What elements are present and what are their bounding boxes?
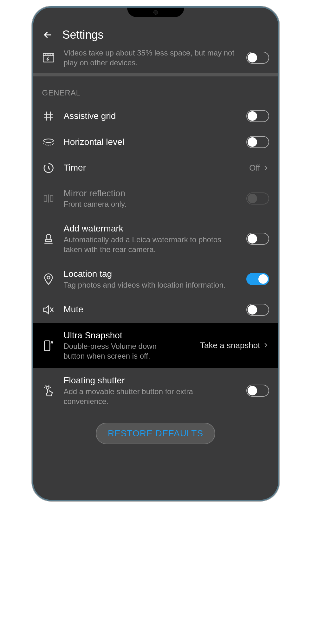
horizontal-level-label: Horizontal level xyxy=(64,136,237,148)
screen: Settings Videos take up about 35% less s… xyxy=(33,8,278,500)
section-divider xyxy=(33,73,278,76)
mute-toggle[interactable] xyxy=(246,304,269,316)
timer-item[interactable]: Timer Off xyxy=(33,155,278,180)
svg-rect-2 xyxy=(44,195,47,202)
video-compression-icon xyxy=(43,53,54,62)
horizontal-level-toggle[interactable] xyxy=(246,136,269,148)
assistive-grid-item[interactable]: Assistive grid xyxy=(33,103,278,129)
location-tag-item[interactable]: Location tag Tag photos and videos with … xyxy=(33,261,278,297)
location-toggle[interactable] xyxy=(246,273,269,285)
chevron-right-icon xyxy=(262,342,269,349)
horizontal-level-item[interactable]: Horizontal level xyxy=(33,129,278,155)
timer-label: Timer xyxy=(64,162,241,173)
snapshot-icon xyxy=(43,339,54,352)
stamp-icon xyxy=(43,233,54,244)
back-arrow-icon[interactable] xyxy=(42,29,54,41)
location-label: Location tag xyxy=(64,268,237,280)
mute-icon xyxy=(43,304,54,315)
grid-icon xyxy=(43,111,54,121)
ultra-snapshot-item[interactable]: Ultra Snapshot Double-press Volume down … xyxy=(33,323,278,368)
assistive-grid-toggle[interactable] xyxy=(246,110,269,122)
svg-point-6 xyxy=(46,386,49,389)
floating-shutter-item[interactable]: Floating shutter Add a movable shutter b… xyxy=(33,368,278,413)
svg-point-4 xyxy=(47,276,50,279)
ultra-label: Ultra Snapshot xyxy=(64,330,191,341)
floating-subtitle: Add a movable shutter button for extra c… xyxy=(64,387,237,406)
mirror-toggle xyxy=(246,192,269,205)
video-compression-toggle[interactable] xyxy=(246,52,269,64)
phone-frame: Settings Videos take up about 35% less s… xyxy=(32,6,279,501)
mirror-icon xyxy=(43,194,54,203)
page-title: Settings xyxy=(62,28,104,42)
notch xyxy=(127,8,184,17)
ultra-subtitle: Double-press Volume down button when scr… xyxy=(64,341,168,361)
mirror-subtitle: Front camera only. xyxy=(64,199,237,209)
svg-rect-5 xyxy=(44,341,50,351)
section-label-general: GENERAL xyxy=(33,76,278,103)
location-subtitle: Tag photos and videos with location info… xyxy=(64,280,237,290)
svg-rect-3 xyxy=(50,195,53,202)
floating-toggle[interactable] xyxy=(246,385,269,397)
watermark-item[interactable]: Add watermark Automatically add a Leica … xyxy=(33,216,278,261)
header: Settings xyxy=(33,25,278,48)
watermark-toggle[interactable] xyxy=(246,233,269,245)
timer-value: Off xyxy=(249,163,260,173)
watermark-subtitle: Automatically add a Leica watermark to p… xyxy=(64,235,237,254)
front-camera-dot xyxy=(153,10,158,15)
restore-defaults-button[interactable]: RESTORE DEFAULTS xyxy=(96,423,215,444)
assistive-grid-label: Assistive grid xyxy=(64,110,237,122)
ultra-value: Take a snapshot xyxy=(200,341,260,350)
svg-point-1 xyxy=(43,139,53,142)
mirror-reflection-item: Mirror reflection Front camera only. xyxy=(33,181,278,216)
mirror-label: Mirror reflection xyxy=(64,188,237,199)
timer-icon xyxy=(43,163,54,173)
video-compression-item: Videos take up about 35% less space, but… xyxy=(33,48,278,73)
chevron-right-icon xyxy=(262,165,269,172)
floating-label: Floating shutter xyxy=(64,375,237,386)
watermark-label: Add watermark xyxy=(64,223,237,234)
horizontal-level-icon xyxy=(43,138,54,146)
mute-item[interactable]: Mute xyxy=(33,297,278,323)
touch-icon xyxy=(43,385,54,396)
mute-label: Mute xyxy=(64,304,237,315)
video-compression-subtitle: Videos take up about 35% less space, but… xyxy=(64,48,237,68)
location-pin-icon xyxy=(44,273,53,285)
